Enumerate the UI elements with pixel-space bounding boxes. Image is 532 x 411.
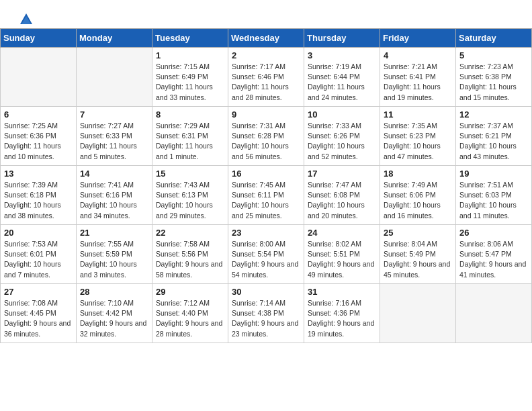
day-number: 22: [156, 228, 224, 238]
cell-info: Sunrise: 7:55 AM Sunset: 5:59 PM Dayligh…: [80, 239, 148, 280]
calendar-cell: 21Sunrise: 7:55 AM Sunset: 5:59 PM Dayli…: [77, 225, 152, 284]
calendar-header-thursday: Thursday: [304, 29, 380, 48]
logo: [16, 12, 34, 23]
cell-info: Sunrise: 7:41 AM Sunset: 6:16 PM Dayligh…: [80, 180, 148, 221]
calendar-cell: 2Sunrise: 7:17 AM Sunset: 6:46 PM Daylig…: [228, 48, 304, 107]
calendar-header-row: SundayMondayTuesdayWednesdayThursdayFrid…: [1, 29, 532, 48]
cell-info: Sunrise: 7:33 AM Sunset: 6:26 PM Dayligh…: [308, 121, 376, 162]
day-number: 31: [308, 287, 376, 297]
calendar-cell: [1, 48, 77, 107]
page-header: [0, 0, 532, 28]
calendar-header-wednesday: Wednesday: [228, 29, 304, 48]
cell-info: Sunrise: 7:15 AM Sunset: 6:49 PM Dayligh…: [156, 62, 224, 103]
calendar-cell: 18Sunrise: 7:49 AM Sunset: 6:06 PM Dayli…: [380, 166, 456, 225]
day-number: 18: [384, 169, 452, 179]
calendar-header-monday: Monday: [77, 29, 152, 48]
calendar-cell: 28Sunrise: 7:10 AM Sunset: 4:42 PM Dayli…: [77, 284, 152, 343]
day-number: 24: [308, 228, 376, 238]
day-number: 29: [156, 287, 224, 297]
cell-info: Sunrise: 7:37 AM Sunset: 6:21 PM Dayligh…: [459, 121, 528, 162]
calendar-cell: 13Sunrise: 7:39 AM Sunset: 6:18 PM Dayli…: [1, 166, 77, 225]
day-number: 27: [4, 287, 73, 297]
week-row-2: 6Sunrise: 7:25 AM Sunset: 6:36 PM Daylig…: [1, 107, 532, 166]
day-number: 6: [4, 109, 73, 120]
week-row-3: 13Sunrise: 7:39 AM Sunset: 6:18 PM Dayli…: [1, 166, 532, 225]
calendar-table: SundayMondayTuesdayWednesdayThursdayFrid…: [0, 28, 532, 343]
day-number: 9: [232, 109, 300, 120]
calendar-cell: 29Sunrise: 7:12 AM Sunset: 4:40 PM Dayli…: [152, 284, 228, 343]
day-number: 7: [80, 109, 148, 120]
cell-info: Sunrise: 7:23 AM Sunset: 6:38 PM Dayligh…: [459, 62, 528, 103]
calendar-cell: 5Sunrise: 7:23 AM Sunset: 6:38 PM Daylig…: [456, 48, 532, 107]
day-number: 10: [308, 109, 376, 120]
week-row-5: 27Sunrise: 7:08 AM Sunset: 4:45 PM Dayli…: [1, 284, 532, 343]
day-number: 5: [459, 50, 528, 60]
calendar-cell: 19Sunrise: 7:51 AM Sunset: 6:03 PM Dayli…: [456, 166, 532, 225]
cell-info: Sunrise: 7:31 AM Sunset: 6:28 PM Dayligh…: [232, 121, 300, 162]
calendar-cell: 8Sunrise: 7:29 AM Sunset: 6:31 PM Daylig…: [152, 107, 228, 166]
calendar-cell: 20Sunrise: 7:53 AM Sunset: 6:01 PM Dayli…: [1, 225, 77, 284]
week-row-4: 20Sunrise: 7:53 AM Sunset: 6:01 PM Dayli…: [1, 225, 532, 284]
day-number: 11: [384, 109, 452, 120]
day-number: 28: [80, 287, 148, 297]
calendar-cell: 12Sunrise: 7:37 AM Sunset: 6:21 PM Dayli…: [456, 107, 532, 166]
cell-info: Sunrise: 7:12 AM Sunset: 4:40 PM Dayligh…: [156, 298, 224, 339]
day-number: 13: [4, 169, 73, 179]
day-number: 26: [459, 228, 528, 238]
cell-info: Sunrise: 7:10 AM Sunset: 4:42 PM Dayligh…: [80, 298, 148, 339]
calendar-header-friday: Friday: [380, 29, 456, 48]
calendar-cell: 24Sunrise: 8:02 AM Sunset: 5:51 PM Dayli…: [304, 225, 380, 284]
calendar-cell: 22Sunrise: 7:58 AM Sunset: 5:56 PM Dayli…: [152, 225, 228, 284]
calendar-cell: 15Sunrise: 7:43 AM Sunset: 6:13 PM Dayli…: [152, 166, 228, 225]
cell-info: Sunrise: 7:39 AM Sunset: 6:18 PM Dayligh…: [4, 180, 73, 221]
day-number: 21: [80, 228, 148, 238]
calendar-cell: 9Sunrise: 7:31 AM Sunset: 6:28 PM Daylig…: [228, 107, 304, 166]
calendar-header-saturday: Saturday: [456, 29, 532, 48]
calendar-cell: [456, 284, 532, 343]
day-number: 8: [156, 109, 224, 120]
cell-info: Sunrise: 7:16 AM Sunset: 4:36 PM Dayligh…: [308, 298, 376, 339]
cell-info: Sunrise: 7:45 AM Sunset: 6:11 PM Dayligh…: [232, 180, 300, 221]
day-number: 23: [232, 228, 300, 238]
calendar-cell: 23Sunrise: 8:00 AM Sunset: 5:54 PM Dayli…: [228, 225, 304, 284]
cell-info: Sunrise: 8:06 AM Sunset: 5:47 PM Dayligh…: [459, 239, 528, 280]
calendar-cell: 26Sunrise: 8:06 AM Sunset: 5:47 PM Dayli…: [456, 225, 532, 284]
week-row-1: 1Sunrise: 7:15 AM Sunset: 6:49 PM Daylig…: [1, 48, 532, 107]
cell-info: Sunrise: 7:27 AM Sunset: 6:33 PM Dayligh…: [80, 121, 148, 162]
calendar-cell: 4Sunrise: 7:21 AM Sunset: 6:41 PM Daylig…: [380, 48, 456, 107]
day-number: 17: [308, 169, 376, 179]
cell-info: Sunrise: 7:53 AM Sunset: 6:01 PM Dayligh…: [4, 239, 73, 280]
cell-info: Sunrise: 7:19 AM Sunset: 6:44 PM Dayligh…: [308, 62, 376, 103]
day-number: 2: [232, 50, 300, 60]
logo-icon: [19, 12, 34, 27]
day-number: 20: [4, 228, 73, 238]
cell-info: Sunrise: 7:43 AM Sunset: 6:13 PM Dayligh…: [156, 180, 224, 221]
cell-info: Sunrise: 8:00 AM Sunset: 5:54 PM Dayligh…: [232, 239, 300, 280]
day-number: 30: [232, 287, 300, 297]
cell-info: Sunrise: 7:14 AM Sunset: 4:38 PM Dayligh…: [232, 298, 300, 339]
calendar-cell: 3Sunrise: 7:19 AM Sunset: 6:44 PM Daylig…: [304, 48, 380, 107]
calendar-cell: 10Sunrise: 7:33 AM Sunset: 6:26 PM Dayli…: [304, 107, 380, 166]
cell-info: Sunrise: 7:21 AM Sunset: 6:41 PM Dayligh…: [384, 62, 452, 103]
day-number: 16: [232, 169, 300, 179]
day-number: 25: [384, 228, 452, 238]
calendar-header-tuesday: Tuesday: [152, 29, 228, 48]
cell-info: Sunrise: 7:58 AM Sunset: 5:56 PM Dayligh…: [156, 239, 224, 280]
calendar-cell: 14Sunrise: 7:41 AM Sunset: 6:16 PM Dayli…: [77, 166, 152, 225]
cell-info: Sunrise: 7:49 AM Sunset: 6:06 PM Dayligh…: [384, 180, 452, 221]
day-number: 12: [459, 109, 528, 120]
calendar-cell: [380, 284, 456, 343]
calendar-cell: 16Sunrise: 7:45 AM Sunset: 6:11 PM Dayli…: [228, 166, 304, 225]
cell-info: Sunrise: 7:35 AM Sunset: 6:23 PM Dayligh…: [384, 121, 452, 162]
day-number: 15: [156, 169, 224, 179]
calendar-cell: [77, 48, 152, 107]
calendar-cell: 6Sunrise: 7:25 AM Sunset: 6:36 PM Daylig…: [1, 107, 77, 166]
calendar-cell: 17Sunrise: 7:47 AM Sunset: 6:08 PM Dayli…: [304, 166, 380, 225]
calendar-cell: 11Sunrise: 7:35 AM Sunset: 6:23 PM Dayli…: [380, 107, 456, 166]
cell-info: Sunrise: 8:02 AM Sunset: 5:51 PM Dayligh…: [308, 239, 376, 280]
day-number: 14: [80, 169, 148, 179]
calendar-cell: 30Sunrise: 7:14 AM Sunset: 4:38 PM Dayli…: [228, 284, 304, 343]
cell-info: Sunrise: 7:17 AM Sunset: 6:46 PM Dayligh…: [232, 62, 300, 103]
calendar-header-sunday: Sunday: [1, 29, 77, 48]
day-number: 19: [459, 169, 528, 179]
